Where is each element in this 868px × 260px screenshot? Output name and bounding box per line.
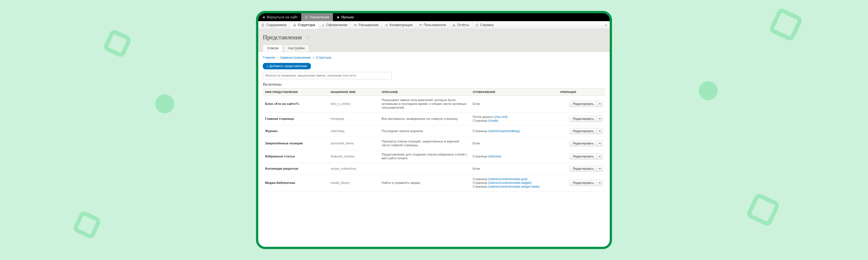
svg-rect-9 (354, 25, 355, 26)
edit-button[interactable]: Редактировать (569, 180, 603, 186)
cell-operations: Редактировать (558, 137, 605, 150)
edit-button[interactable]: Редактировать (569, 101, 603, 107)
content-icon (261, 24, 265, 27)
adminbar-spacer (497, 21, 603, 29)
display-link[interactable]: (/admin/reports/dblog) (488, 129, 520, 133)
edit-button-label: Редактировать (570, 141, 597, 146)
help-icon: ? (475, 24, 479, 27)
svg-point-11 (420, 24, 421, 25)
cell-machine: recipe_collections (328, 163, 379, 175)
edit-button[interactable]: Редактировать (569, 128, 603, 134)
edit-button-label: Редактировать (570, 128, 597, 134)
adminbar-reports[interactable]: Отчёты (449, 21, 472, 29)
dropdown-caret-icon[interactable] (597, 116, 603, 122)
toolbar: ◄ Вернуться на сайт ☰ Управление ★ Ярлык… (258, 13, 610, 21)
display-text: Блок (473, 102, 480, 106)
svg-line-7 (294, 25, 296, 26)
breadcrumb-sep: » (277, 56, 278, 59)
reports-icon (452, 24, 456, 27)
cell-displays: Страница (/admin/content/media-grid)Стра… (470, 175, 558, 191)
tab-settings[interactable]: Настройки (284, 45, 309, 52)
adminbar-people[interactable]: Пользователи (416, 21, 449, 29)
display-line: Страница (/admin/reports/dblog) (473, 129, 556, 133)
toolbar-shortcuts[interactable]: ★ Ярлыки (333, 13, 358, 21)
adminbar-content[interactable]: Содержимое (258, 21, 290, 29)
adminbar-config-label: Конфигурация (390, 23, 412, 27)
config-icon (385, 24, 388, 27)
cell-machine: media_library (328, 175, 379, 191)
dropdown-caret-icon[interactable] (597, 128, 603, 134)
cell-name: Журнал (263, 125, 328, 137)
toolbar-back[interactable]: ◄ Вернуться на сайт (258, 13, 301, 21)
cell-description (379, 163, 470, 175)
tab-list[interactable]: Список (263, 45, 283, 52)
edit-button[interactable]: Редактировать (569, 153, 603, 159)
bg-shape (72, 210, 102, 240)
adminbar-appearance[interactable]: Оформление (318, 21, 351, 29)
dropdown-caret-icon[interactable] (597, 101, 603, 107)
svg-point-8 (324, 24, 324, 24)
table-row: Коллекции рецептовrecipe_collectionsБлок… (263, 163, 605, 175)
cell-displays: Страница (/admin/reports/dblog) (470, 125, 558, 137)
breadcrumb-admin[interactable]: Администрирование (280, 56, 311, 59)
adminbar-config[interactable]: Конфигурация (382, 21, 416, 29)
cell-displays: Поток данных (/rss.xml)Страница (/node) (470, 112, 558, 125)
display-text: Страница (473, 185, 488, 188)
display-link[interactable]: (/admin/content/media-widget) (488, 181, 531, 185)
bg-shape (768, 7, 803, 42)
filter-input[interactable] (263, 72, 392, 79)
cell-description: Найти и управлять медиа. (379, 175, 470, 191)
favorite-star-icon[interactable]: ☆ (305, 34, 310, 41)
adminbar-content-label: Содержимое (266, 23, 287, 27)
adminbar-help-label: Справка (480, 23, 494, 27)
cell-operations: Редактировать (558, 175, 605, 191)
adminbar-reports-label: Отчёты (457, 23, 469, 27)
adminbar-orientation-toggle[interactable]: ⇤ (603, 21, 610, 29)
display-link[interactable]: (/admin/content/media-widget-table) (488, 185, 539, 188)
breadcrumb: Главная » Администрирование » Структура (263, 56, 605, 60)
page-title-text: Представления (263, 34, 302, 41)
dropdown-caret-icon[interactable] (597, 180, 603, 186)
add-view-button[interactable]: + Добавить представление (263, 63, 311, 69)
adminbar: Содержимое Структура Оформление Расширен… (258, 21, 610, 29)
breadcrumb-structure[interactable]: Структура (316, 56, 331, 59)
adminbar-help[interactable]: ? Справка (472, 21, 497, 29)
star-icon: ★ (337, 15, 340, 20)
back-arrow-icon: ◄ (262, 15, 265, 19)
breadcrumb-sep: » (313, 56, 314, 59)
bg-circle (699, 81, 718, 100)
cell-description: Просмотр списка позиций, закреплённых в … (379, 137, 470, 150)
cell-displays: Страница (/articles) (470, 150, 558, 163)
display-link[interactable]: (/articles) (488, 155, 501, 158)
adminbar-structure-label: Структура (298, 23, 315, 27)
breadcrumb-home[interactable]: Главная (263, 56, 275, 59)
display-link[interactable]: (/rss.xml) (494, 115, 507, 119)
adminbar-structure[interactable]: Структура (290, 21, 318, 29)
edit-button[interactable]: Редактировать (569, 166, 603, 172)
cell-machine: watchdog (328, 125, 379, 137)
display-text: Поток данных (473, 115, 494, 119)
display-line: Страница (/articles) (473, 155, 556, 158)
table-row: Избранные статьиfeatured_articlesПредста… (263, 150, 605, 163)
adminbar-extend[interactable]: Расширения (351, 21, 382, 29)
edit-button-label: Редактировать (570, 101, 597, 107)
svg-line-6 (293, 25, 294, 26)
edit-button[interactable]: Редактировать (569, 116, 603, 122)
display-text: Страница (473, 181, 488, 185)
display-link[interactable]: (/admin/content/media-grid) (488, 177, 528, 181)
edit-button[interactable]: Редактировать (569, 140, 603, 146)
display-link[interactable]: (/node) (488, 119, 498, 122)
dropdown-caret-icon[interactable] (597, 166, 603, 172)
dropdown-caret-icon[interactable] (597, 154, 603, 159)
adminbar-appearance-label: Оформление (326, 23, 347, 27)
views-table: ИМЯ ПРЕДСТАВЛЕНИЯ МАШИННОЕ ИМЯ ОПИСАНИЕ … (263, 88, 605, 191)
table-row: Блок «Кто на сайте?»who_s_onlineПоказыва… (263, 96, 605, 112)
tabs: Список Настройки (263, 45, 605, 52)
bg-shape (745, 192, 781, 227)
dropdown-caret-icon[interactable] (597, 141, 603, 146)
th-operations: ОПЕРАЦИИ (558, 88, 605, 96)
table-row: ЖурналwatchdogПоследние записи журналаСт… (263, 125, 605, 137)
adminbar-extend-label: Расширения (359, 23, 378, 27)
toolbar-manage[interactable]: ☰ Управление (301, 13, 333, 21)
svg-point-3 (294, 24, 295, 25)
